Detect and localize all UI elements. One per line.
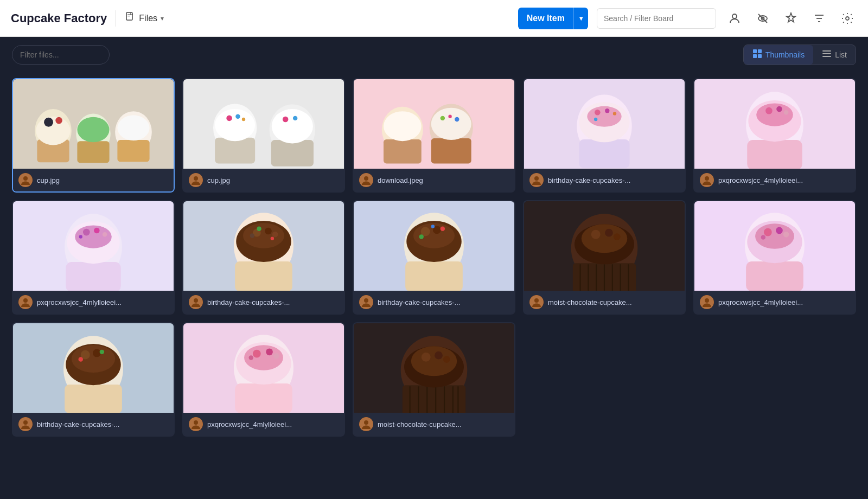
- svg-rect-135: [746, 261, 803, 291]
- grid-item[interactable]: pxqrocxwsjcc_4mlylloieei...: [182, 322, 345, 437]
- item-footer: birthday-cake-cupcakes-...: [354, 291, 514, 314]
- svg-point-23: [55, 117, 62, 124]
- svg-point-10: [846, 17, 849, 20]
- grid-item[interactable]: pxqrocxwsjcc_4mlylloieei...: [693, 78, 856, 193]
- filter-icon-button[interactable]: [809, 9, 829, 28]
- svg-point-78: [705, 176, 709, 181]
- svg-rect-81: [66, 262, 120, 291]
- grid-item[interactable]: download.jpeg: [353, 78, 515, 193]
- grid-item[interactable]: cup.jpg: [12, 78, 175, 193]
- svg-point-112: [441, 227, 445, 231]
- list-view-button[interactable]: List: [813, 45, 856, 65]
- view-toggle: Thumbnails List: [743, 44, 856, 65]
- svg-point-129: [605, 229, 613, 237]
- new-item-caret-icon[interactable]: ▾: [574, 8, 588, 29]
- list-icon: [822, 49, 832, 61]
- svg-point-127: [582, 224, 628, 253]
- filter-files-input[interactable]: [12, 45, 110, 65]
- files-grid: cup.jpg cup.jpg: [0, 73, 868, 449]
- svg-rect-25: [77, 141, 109, 163]
- svg-point-152: [79, 357, 83, 361]
- svg-rect-28: [117, 140, 149, 162]
- svg-point-63: [595, 110, 601, 116]
- svg-rect-2: [127, 16, 130, 16]
- file-name: download.jpeg: [378, 176, 509, 184]
- svg-point-138: [764, 228, 772, 236]
- svg-point-94: [243, 223, 284, 248]
- svg-point-41: [272, 109, 313, 143]
- svg-point-29: [117, 116, 149, 141]
- svg-rect-13: [753, 54, 757, 58]
- svg-point-166: [194, 420, 198, 425]
- svg-point-68: [534, 176, 539, 181]
- avatar: [189, 173, 203, 187]
- grid-item[interactable]: moist-chocolate-cupcake...: [353, 322, 515, 437]
- avatar: [359, 417, 373, 431]
- svg-rect-11: [753, 49, 757, 53]
- thumbnail: [354, 79, 514, 169]
- svg-rect-60: [579, 139, 629, 168]
- svg-point-65: [613, 112, 616, 115]
- avatar: [18, 417, 33, 431]
- thumbnails-view-button[interactable]: Thumbnails: [744, 45, 813, 65]
- svg-point-84: [83, 229, 90, 236]
- header-divider: [116, 10, 116, 27]
- search-input[interactable]: [597, 8, 716, 29]
- grid-item[interactable]: birthday-cake-cupcakes-...: [353, 200, 515, 315]
- grid-item[interactable]: moist-chocolate-cupcake...: [523, 200, 686, 315]
- file-name: birthday-cake-cupcakes-...: [548, 176, 679, 184]
- svg-point-74: [765, 107, 773, 114]
- svg-point-35: [215, 109, 255, 141]
- thumbnail: [183, 79, 344, 169]
- svg-point-37: [235, 114, 240, 118]
- app-header: Cupcake Factory Files ▾ New Item ▾: [0, 0, 868, 37]
- pin-icon-button[interactable]: [781, 9, 801, 28]
- svg-point-73: [756, 103, 793, 126]
- new-item-button[interactable]: New Item ▾: [518, 8, 588, 29]
- svg-point-36: [226, 116, 232, 121]
- user-profile-button[interactable]: [725, 9, 744, 28]
- thumbnail: [354, 323, 514, 413]
- svg-point-52: [431, 108, 471, 140]
- item-footer: cup.jpg: [183, 169, 344, 191]
- svg-point-3: [732, 14, 737, 18]
- grid-item[interactable]: cup.jpg: [182, 78, 345, 193]
- thumbnails-label: Thumbnails: [765, 50, 805, 59]
- svg-rect-34: [215, 138, 255, 164]
- avatar: [700, 173, 714, 187]
- item-footer: moist-chocolate-cupcake...: [354, 413, 514, 436]
- svg-point-62: [587, 106, 621, 127]
- avatar: [359, 173, 373, 187]
- avatar: [529, 295, 544, 309]
- thumbnails-icon: [752, 49, 762, 61]
- avatar: [359, 295, 373, 309]
- svg-point-163: [273, 353, 279, 359]
- svg-point-97: [272, 232, 278, 238]
- chevron-down-icon: ▾: [161, 15, 164, 22]
- grid-item[interactable]: birthday-cake-cupcakes-...: [12, 322, 175, 437]
- svg-point-111: [419, 234, 424, 239]
- svg-point-143: [705, 298, 709, 303]
- settings-icon-button[interactable]: [838, 9, 857, 28]
- svg-point-21: [36, 117, 70, 145]
- item-footer: pxqrocxwsjcc_4mlylloieei...: [13, 291, 174, 314]
- svg-rect-146: [65, 385, 122, 413]
- svg-point-49: [384, 111, 422, 141]
- svg-point-43: [293, 116, 297, 120]
- grid-item[interactable]: birthday-cake-cupcakes-...: [182, 200, 345, 315]
- item-footer: birthday-cake-cupcakes-...: [524, 169, 685, 191]
- grid-item[interactable]: birthday-cake-cupcakes-...: [523, 78, 686, 193]
- svg-point-164: [249, 355, 253, 360]
- eye-icon-button[interactable]: [753, 9, 773, 28]
- svg-point-75: [776, 106, 782, 112]
- item-footer: pxqrocxwsjcc_4mlylloieei...: [694, 291, 855, 314]
- files-nav[interactable]: Files ▾: [125, 11, 164, 25]
- svg-rect-71: [747, 140, 802, 169]
- svg-point-153: [100, 350, 104, 354]
- item-footer: cup.jpg: [13, 169, 174, 191]
- grid-item[interactable]: pxqrocxwsjcc_4mlylloieei...: [693, 200, 856, 315]
- svg-point-130: [614, 233, 621, 240]
- svg-rect-17: [822, 56, 831, 57]
- thumbnail: [524, 201, 685, 291]
- grid-item[interactable]: pxqrocxwsjcc_4mlylloieei...: [12, 200, 175, 315]
